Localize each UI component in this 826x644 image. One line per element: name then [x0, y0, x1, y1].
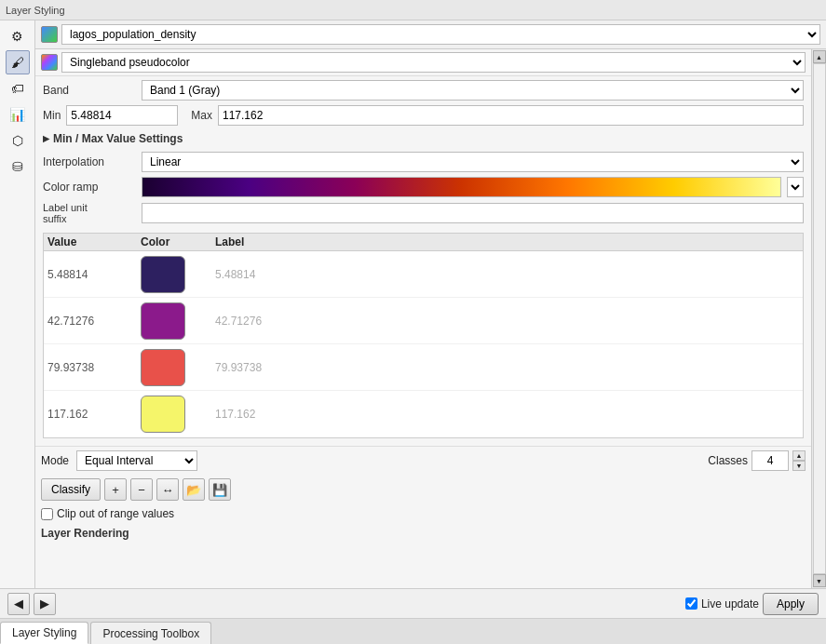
- table-header: Value Color Label: [44, 234, 803, 251]
- live-update-row: Live update Apply: [685, 593, 819, 615]
- row1-label: 5.48814: [215, 268, 799, 281]
- scroll-down-btn[interactable]: ▼: [813, 574, 826, 587]
- min-max-row: Min Max: [43, 105, 804, 126]
- band-select[interactable]: Band 1 (Gray): [142, 80, 804, 101]
- row4-value: 117.162: [47, 408, 141, 421]
- tab-processing-toolbox[interactable]: Processing Toolbox: [90, 622, 211, 644]
- band-row: Band Band 1 (Gray): [43, 80, 804, 101]
- color-ramp-preview[interactable]: [142, 177, 781, 197]
- action-row: Classify + − ↔ 📂 💾: [35, 475, 811, 504]
- spin-up-btn[interactable]: ▲: [792, 450, 806, 461]
- mode-label: Mode: [41, 454, 69, 467]
- content-area: lagos_population_density Singleband pseu…: [35, 20, 826, 588]
- col-value: Value: [47, 235, 141, 248]
- row3-value: 79.93738: [47, 361, 141, 374]
- color-ramp-select[interactable]: [787, 177, 804, 197]
- mode-select[interactable]: Equal Interval: [76, 450, 197, 471]
- min-max-settings-toggle[interactable]: ▶ Min / Max Value Settings: [43, 130, 804, 147]
- row2-color-swatch[interactable]: [141, 302, 185, 340]
- layer-properties-icon[interactable]: ⚙: [6, 24, 30, 48]
- clip-checkbox-row: Clip out of range values: [35, 504, 811, 523]
- tab-layer-styling[interactable]: Layer Styling: [0, 622, 88, 644]
- row2-label: 42.71276: [215, 315, 799, 328]
- live-update-checkbox[interactable]: [685, 597, 697, 610]
- remove-row-button[interactable]: −: [130, 478, 153, 501]
- paint-brush-icon[interactable]: 🖌: [6, 50, 30, 74]
- spin-down-btn[interactable]: ▼: [792, 461, 806, 471]
- value-table: Value Color Label 5.48814 5.48814 42.: [43, 233, 804, 438]
- row4-color-swatch[interactable]: [141, 396, 185, 433]
- layer-select[interactable]: lagos_population_density: [61, 24, 820, 45]
- row1-color-swatch[interactable]: [141, 256, 185, 293]
- inner-content: Singleband pseudocolor Band Band 1 (Gray…: [35, 49, 811, 588]
- undo-button[interactable]: ◀: [7, 593, 30, 615]
- table-row[interactable]: 5.48814 5.48814: [44, 251, 803, 298]
- redo-button[interactable]: ▶: [34, 593, 56, 615]
- interpolation-label: Interpolation: [43, 155, 136, 168]
- row4-label: 117.162: [215, 408, 799, 421]
- col-color: Color: [141, 235, 215, 248]
- color-ramp-label: Color ramp: [43, 181, 136, 194]
- layer-icon: [41, 26, 58, 43]
- collapse-icon: ▶: [43, 134, 49, 143]
- layer-select-row: lagos_population_density: [35, 20, 826, 49]
- labels-icon[interactable]: 🏷: [6, 76, 30, 101]
- mode-row: Mode Equal Interval Classes ▲ ▼: [35, 446, 811, 475]
- label-unit-row: Label unit suffix: [43, 202, 804, 224]
- tabs-bar: Layer Styling Processing Toolbox: [0, 618, 826, 644]
- col-label: Label: [215, 235, 799, 248]
- row1-value: 5.48814: [47, 268, 141, 281]
- panel-with-scroll: Singleband pseudocolor Band Band 1 (Gray…: [35, 49, 826, 588]
- max-label: Max: [191, 109, 212, 122]
- live-update-label[interactable]: Live update: [701, 597, 759, 610]
- apply-button[interactable]: Apply: [763, 593, 819, 615]
- title-label: Layer Styling: [6, 5, 65, 16]
- row3-color-swatch[interactable]: [141, 349, 185, 386]
- bottom-left: ◀ ▶: [7, 593, 56, 615]
- renderer-select-row: Singleband pseudocolor: [35, 49, 811, 76]
- 3d-icon[interactable]: ⬡: [6, 128, 30, 153]
- clip-checkbox-label[interactable]: Clip out of range values: [57, 507, 174, 520]
- add-row-button[interactable]: +: [104, 478, 127, 501]
- bottom-bar: ◀ ▶ Live update Apply: [0, 588, 826, 618]
- spin-buttons: ▲ ▼: [792, 450, 806, 471]
- table-row[interactable]: 42.71276 42.71276: [44, 298, 803, 344]
- label-unit-input[interactable]: [142, 203, 804, 223]
- clip-checkbox[interactable]: [41, 508, 53, 520]
- min-input[interactable]: [66, 105, 178, 126]
- save-button[interactable]: 💾: [209, 478, 231, 501]
- row2-value: 42.71276: [47, 315, 141, 328]
- classes-row: Classes ▲ ▼: [708, 450, 806, 471]
- classes-label: Classes: [708, 454, 748, 467]
- row3-label: 79.93738: [215, 361, 799, 374]
- max-input[interactable]: [218, 105, 804, 126]
- color-ramp-row: Color ramp: [43, 177, 804, 197]
- load-button[interactable]: 📂: [183, 478, 205, 501]
- table-row[interactable]: 117.162 117.162: [44, 391, 803, 437]
- diagrams-icon[interactable]: 📊: [6, 102, 30, 127]
- label-unit-label: Label unit suffix: [43, 202, 136, 224]
- title-bar: Layer Styling: [0, 0, 826, 20]
- scrollbar[interactable]: ▲ ▼: [811, 49, 826, 588]
- interpolation-select[interactable]: Linear: [142, 152, 804, 172]
- scroll-track[interactable]: [813, 63, 826, 574]
- form-section: Band Band 1 (Gray) Min Max ▶: [35, 76, 811, 446]
- table-row[interactable]: 79.93738 79.93738: [44, 344, 803, 391]
- min-max-settings-label: Min / Max Value Settings: [53, 132, 183, 145]
- band-label: Band: [43, 84, 136, 97]
- source-icon[interactable]: ⛁: [6, 154, 30, 179]
- renderer-select[interactable]: Singleband pseudocolor: [61, 52, 806, 73]
- interpolation-row: Interpolation Linear: [43, 152, 804, 172]
- renderer-icon: [41, 54, 58, 71]
- reverse-button[interactable]: ↔: [156, 478, 179, 501]
- left-toolbar: ⚙ 🖌 🏷 📊 ⬡ ⛁: [0, 20, 35, 588]
- layer-rendering-header: Layer Rendering: [35, 523, 811, 543]
- classify-button[interactable]: Classify: [41, 478, 101, 501]
- scroll-up-btn[interactable]: ▲: [813, 50, 826, 63]
- min-label: Min: [43, 109, 61, 122]
- classes-spinbox[interactable]: [752, 450, 789, 471]
